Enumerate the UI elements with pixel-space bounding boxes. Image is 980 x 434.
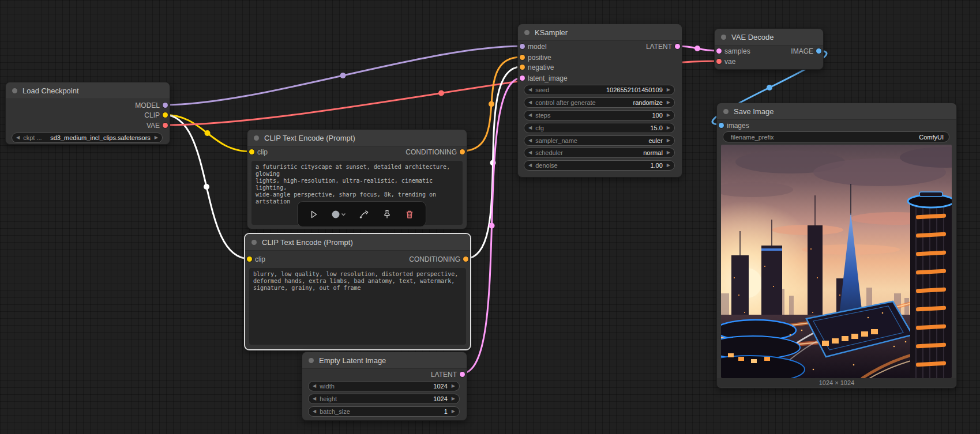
node-header[interactable]: KSampler bbox=[518, 24, 682, 41]
seed-widget[interactable]: ◀ seed 1026552101450109 ▶ bbox=[524, 85, 675, 95]
conditioning-output-dot[interactable] bbox=[460, 149, 465, 154]
increment-arrow-icon[interactable]: ▶ bbox=[667, 148, 670, 157]
input-slot-positive[interactable]: positive bbox=[518, 52, 682, 63]
collapse-dot-icon[interactable] bbox=[254, 135, 259, 141]
decrement-arrow-icon[interactable]: ◀ bbox=[313, 382, 316, 391]
node-graph-canvas[interactable]: Load Checkpoint MODEL CLIP VAE ◀ ckpt ..… bbox=[0, 0, 980, 434]
node-header[interactable]: CLIP Text Encode (Prompt) bbox=[247, 130, 467, 146]
collapse-dot-icon[interactable] bbox=[524, 30, 530, 35]
node-ksampler[interactable]: KSampler model LATENT positive negative … bbox=[517, 24, 682, 178]
decrement-arrow-icon[interactable]: ◀ bbox=[528, 161, 532, 170]
increment-arrow-icon[interactable]: ▶ bbox=[667, 136, 670, 145]
increment-arrow-icon[interactable]: ▶ bbox=[155, 133, 158, 142]
node-header[interactable]: CLIP Text Encode (Prompt) bbox=[245, 234, 470, 251]
negative-input-dot[interactable] bbox=[520, 65, 525, 70]
ckpt-name-widget[interactable]: ◀ ckpt ... sd3_medium_incl_clips.safeten… bbox=[12, 133, 163, 143]
increment-arrow-icon[interactable]: ▶ bbox=[667, 123, 670, 133]
node-header[interactable]: VAE Decode bbox=[715, 29, 823, 46]
cfg-widget[interactable]: ◀ cfg 15.0 ▶ bbox=[524, 123, 675, 133]
increment-arrow-icon[interactable]: ▶ bbox=[667, 111, 670, 120]
decrement-arrow-icon[interactable]: ◀ bbox=[528, 85, 532, 95]
output-slot-clip[interactable]: CLIP bbox=[6, 110, 170, 120]
collapse-dot-icon[interactable] bbox=[309, 358, 314, 363]
decrement-arrow-icon[interactable]: ◀ bbox=[528, 123, 532, 133]
conditioning-output-dot[interactable] bbox=[463, 256, 468, 262]
link-midpoint-dot-model[interactable] bbox=[340, 73, 346, 78]
input-slot-latent-image[interactable]: latent_image bbox=[518, 73, 682, 84]
decrement-arrow-icon[interactable]: ◀ bbox=[528, 148, 532, 157]
input-slot-images[interactable]: images bbox=[717, 120, 956, 131]
width-widget[interactable]: ◀ width 1024 ▶ bbox=[308, 381, 460, 391]
decrement-arrow-icon[interactable]: ◀ bbox=[528, 111, 532, 120]
link-midpoint-dot-image[interactable] bbox=[767, 85, 772, 90]
run-node-button[interactable] bbox=[305, 206, 322, 223]
output-slot-image[interactable]: IMAGE bbox=[715, 46, 823, 56]
link-midpoint-dot-latent_out[interactable] bbox=[694, 46, 700, 51]
batch-size-widget[interactable]: ◀ batch_size 1 ▶ bbox=[308, 406, 460, 417]
vae-input-dot[interactable] bbox=[716, 59, 722, 64]
increment-arrow-icon[interactable]: ▶ bbox=[452, 394, 455, 403]
pin-node-button[interactable] bbox=[378, 206, 396, 223]
images-input-dot[interactable] bbox=[719, 123, 724, 128]
decrement-arrow-icon[interactable]: ◀ bbox=[528, 136, 532, 145]
sampler-name-widget[interactable]: ◀ sampler_name euler ▶ bbox=[524, 135, 675, 146]
input-slot-vae[interactable]: vae bbox=[715, 56, 823, 67]
scheduler-widget[interactable]: ◀ scheduler normal ▶ bbox=[524, 148, 675, 158]
filename-prefix-widget[interactable]: filename_prefix ComfyUI bbox=[723, 131, 949, 142]
collapse-dot-icon[interactable] bbox=[12, 88, 17, 93]
latent-output-dot[interactable] bbox=[675, 44, 680, 49]
link-model[interactable] bbox=[164, 46, 522, 105]
bypass-node-button[interactable] bbox=[355, 206, 373, 223]
node-header[interactable]: Empty Latent Image bbox=[302, 352, 467, 369]
output-slot-model[interactable]: MODEL bbox=[6, 100, 170, 111]
node-header[interactable]: Load Checkpoint bbox=[6, 82, 170, 99]
negative-prompt-textarea[interactable]: blurry, low quality, low resolution, dis… bbox=[249, 268, 466, 345]
node-color-button[interactable] bbox=[328, 206, 350, 223]
decrement-arrow-icon[interactable]: ◀ bbox=[528, 98, 532, 107]
latent-output-dot[interactable] bbox=[460, 372, 465, 377]
model-output-dot[interactable] bbox=[163, 103, 168, 108]
output-slot-vae[interactable]: VAE bbox=[6, 120, 170, 131]
node-load-checkpoint[interactable]: Load Checkpoint MODEL CLIP VAE ◀ ckpt ..… bbox=[5, 82, 170, 145]
decrement-arrow-icon[interactable]: ◀ bbox=[313, 407, 316, 416]
increment-arrow-icon[interactable]: ▶ bbox=[667, 85, 670, 95]
node-header[interactable]: Save Image bbox=[717, 103, 956, 120]
link-midpoint-dot-latent_gen[interactable] bbox=[489, 223, 495, 229]
increment-arrow-icon[interactable]: ▶ bbox=[452, 382, 455, 391]
node-vae-decode[interactable]: VAE Decode samples IMAGE vae bbox=[714, 28, 824, 70]
link-cond_neg[interactable] bbox=[465, 67, 521, 259]
denoise-widget[interactable]: ◀ denoise 1.00 ▶ bbox=[524, 160, 675, 171]
steps-widget[interactable]: ◀ steps 100 ▶ bbox=[524, 110, 675, 120]
height-widget[interactable]: ◀ height 1024 ▶ bbox=[308, 394, 460, 404]
control-after-generate-widget[interactable]: ◀ control after generate randomize ▶ bbox=[524, 97, 675, 108]
link-latent_out[interactable] bbox=[676, 46, 719, 51]
link-midpoint-dot-clip_neg[interactable] bbox=[204, 184, 209, 190]
image-output-dot[interactable] bbox=[816, 48, 821, 54]
link-midpoint-dot-clip_pos[interactable] bbox=[205, 130, 211, 136]
input-slot-negative[interactable]: negative bbox=[518, 62, 682, 73]
increment-arrow-icon[interactable]: ▶ bbox=[667, 161, 670, 170]
link-cond_pos[interactable] bbox=[462, 57, 521, 151]
decrement-arrow-icon[interactable]: ◀ bbox=[16, 133, 20, 142]
delete-node-button[interactable] bbox=[401, 206, 418, 223]
collapse-dot-icon[interactable] bbox=[251, 240, 257, 245]
increment-arrow-icon[interactable]: ▶ bbox=[667, 98, 670, 107]
collapse-dot-icon[interactable] bbox=[721, 35, 726, 40]
positive-input-dot[interactable] bbox=[520, 55, 525, 60]
link-clip_neg[interactable] bbox=[164, 115, 249, 259]
collapse-dot-icon[interactable] bbox=[723, 109, 729, 114]
decrement-arrow-icon[interactable]: ◀ bbox=[313, 394, 316, 403]
link-midpoint-dot-cond_pos[interactable] bbox=[489, 101, 494, 107]
node-empty-latent-image[interactable]: Empty Latent Image LATENT ◀ width 1024 ▶… bbox=[302, 352, 467, 421]
node-save-image[interactable]: Save Image images filename_prefix ComfyU… bbox=[716, 103, 957, 388]
clip-output-dot[interactable] bbox=[163, 112, 168, 118]
link-midpoint-dot-cond_neg[interactable] bbox=[490, 160, 496, 166]
output-slot-latent[interactable]: LATENT bbox=[302, 369, 467, 380]
node-clip-text-encode-negative[interactable]: CLIP Text Encode (Prompt) clip CONDITION… bbox=[245, 233, 471, 350]
link-midpoint-dot-vae[interactable] bbox=[438, 90, 444, 96]
output-slot-conditioning[interactable]: CONDITIONING bbox=[247, 147, 467, 157]
output-slot-latent[interactable]: LATENT bbox=[518, 41, 682, 52]
output-slot-conditioning[interactable]: CONDITIONING bbox=[245, 254, 470, 265]
node-selection-toolbar[interactable] bbox=[297, 201, 426, 227]
increment-arrow-icon[interactable]: ▶ bbox=[452, 407, 455, 416]
